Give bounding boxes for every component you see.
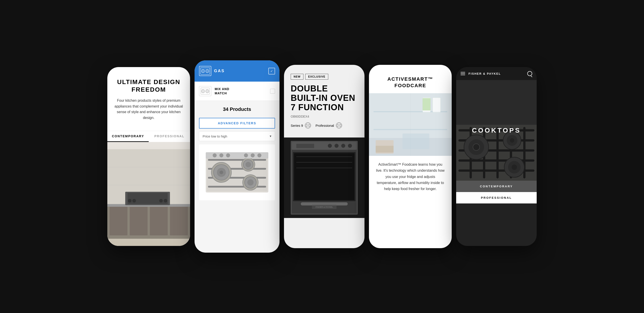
advanced-filters-button[interactable]: ADVANCED FILTERS: [199, 118, 275, 128]
phone4-header: ACTIVESMART™ FOODCARE: [369, 65, 452, 93]
svg-rect-30: [208, 159, 266, 161]
tab-professional[interactable]: PROFESSIONAL: [149, 131, 190, 142]
svg-rect-88: [402, 134, 429, 149]
mix-icon-label: MIX AND MATCH: [199, 86, 230, 96]
svg-point-46: [219, 153, 224, 158]
phone1-title: ULTIMATE DESIGN FREEDOM: [114, 78, 183, 93]
brand-name: FISHER & PAYKEL: [468, 72, 501, 75]
fp-header: FISHER & PAYKEL: [456, 67, 537, 80]
svg-point-40: [246, 162, 251, 167]
foodcare-text: ActiveSmart™ Foodcare learns how you liv…: [369, 156, 452, 198]
svg-point-57: [336, 123, 341, 128]
filters-section: ADVANCED FILTERS Price low to high ▾: [194, 118, 280, 144]
oven-svg: FISHER & PAYKEL: [290, 140, 359, 216]
svg-point-48: [244, 153, 248, 158]
gas-burner-icon: [199, 66, 211, 76]
svg-point-68: [334, 144, 338, 148]
svg-point-43: [247, 179, 254, 186]
svg-rect-5: [110, 206, 128, 235]
svg-point-60: [340, 124, 340, 125]
phone3-content: NEW EXCLUSIVE DOUBLE BUILT-IN OVEN 7 FUN…: [284, 65, 364, 138]
svg-point-49: [251, 153, 255, 158]
svg-point-56: [309, 126, 310, 127]
svg-rect-7: [150, 206, 168, 235]
svg-rect-83: [422, 98, 430, 110]
svg-point-70: [348, 144, 352, 148]
svg-rect-72: [294, 153, 354, 200]
gas-filter-header[interactable]: GAS ✓: [194, 60, 280, 82]
svg-point-13: [132, 199, 136, 202]
phone-design-freedom: ULTIMATE DESIGN FREEDOM Four kitchen pro…: [107, 67, 190, 246]
hamburger-line-2: [461, 73, 465, 74]
products-count: 34 Products: [223, 106, 251, 112]
series-label: Series 9: [291, 124, 303, 128]
sort-chevron-icon: ▾: [270, 134, 272, 138]
header-left: FISHER & PAYKEL: [461, 72, 501, 75]
option-professional[interactable]: PROFESSIONAL: [456, 192, 537, 204]
svg-point-47: [226, 153, 230, 158]
gas-label: GAS: [214, 69, 225, 73]
mix-checkbox[interactable]: [270, 89, 275, 94]
svg-point-19: [206, 70, 209, 73]
phones-container: ULTIMATE DESIGN FREEDOM Four kitchen pro…: [0, 0, 644, 313]
hamburger-menu-icon[interactable]: [461, 72, 465, 75]
svg-point-50: [258, 153, 262, 158]
phone1-content: ULTIMATE DESIGN FREEDOM Four kitchen pro…: [107, 67, 190, 131]
sort-dropdown[interactable]: Price low to high ▾: [199, 131, 275, 141]
professional-icon: [336, 122, 342, 128]
svg-point-23: [202, 90, 204, 93]
svg-point-62: [340, 126, 340, 127]
svg-rect-16: [200, 68, 210, 74]
products-count-section: 34 Products: [194, 101, 280, 118]
gas-icon-box: GAS: [199, 66, 225, 76]
oven-sku: OB60DDEX4: [291, 115, 358, 118]
svg-point-20: [206, 70, 208, 72]
svg-rect-74: [296, 156, 352, 157]
mix-label: MIX AND MATCH: [215, 87, 230, 95]
phone-filters: GAS ✓ MIX AND MAT: [194, 60, 280, 253]
mix-match-row[interactable]: MIX AND MATCH: [194, 82, 280, 101]
svg-point-37: [220, 170, 223, 174]
foodcare-description: ActiveSmart™ Foodcare learns how you liv…: [376, 162, 445, 192]
svg-point-45: [213, 153, 217, 158]
badge-new: NEW: [291, 74, 304, 80]
svg-point-25: [206, 90, 209, 93]
svg-rect-8: [170, 206, 188, 235]
phone1-kitchen-image: [107, 142, 190, 246]
hamburger-line-3: [461, 75, 465, 75]
svg-point-24: [202, 90, 204, 92]
foodcare-title: ACTIVESMART™ FOODCARE: [376, 76, 445, 89]
phone-oven: NEW EXCLUSIVE DOUBLE BUILT-IN OVEN 7 FUN…: [284, 65, 364, 248]
mix-icon: [199, 86, 211, 96]
svg-point-55: [306, 126, 307, 127]
phone1-tabs: CONTEMPORARY PROFESSIONAL: [107, 131, 190, 142]
gas-check-icon[interactable]: ✓: [268, 68, 275, 74]
svg-point-12: [128, 199, 132, 202]
svg-point-15: [164, 199, 167, 202]
svg-point-59: [337, 124, 338, 125]
svg-point-58: [338, 125, 340, 126]
svg-point-67: [328, 144, 332, 148]
series-row: Series 9 Professional: [291, 122, 358, 128]
svg-point-107: [510, 138, 514, 143]
fridge-image: [369, 93, 452, 156]
svg-rect-75: [296, 162, 352, 162]
svg-point-26: [206, 90, 208, 92]
oven-image: FISHER & PAYKEL: [284, 138, 364, 218]
svg-rect-99: [496, 127, 499, 178]
professional-label: Professional: [316, 124, 334, 128]
option-contemporary[interactable]: CONTEMPORARY: [456, 181, 537, 192]
search-icon[interactable]: [527, 71, 532, 76]
tab-contemporary[interactable]: CONTEMPORARY: [107, 131, 149, 142]
svg-rect-22: [201, 88, 210, 94]
svg-point-51: [306, 123, 310, 128]
svg-rect-84: [433, 98, 440, 112]
professional-item: Professional: [316, 122, 342, 128]
svg-rect-11: [128, 193, 168, 204]
svg-point-18: [202, 70, 204, 72]
svg-point-54: [309, 124, 310, 125]
cooktop-product-svg: [204, 148, 270, 197]
fridge-svg: [369, 93, 452, 156]
badge-exclusive: EXCLUSIVE: [305, 74, 328, 80]
svg-point-69: [341, 144, 345, 148]
